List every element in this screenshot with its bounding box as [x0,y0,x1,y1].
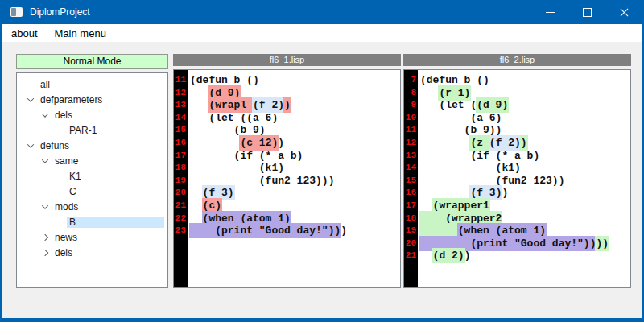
highlight-red: (c 12) [239,135,279,151]
line-number: 14 [174,112,186,125]
tree-item-dels[interactable]: dels [17,245,167,260]
highlight-red: ) [283,97,291,113]
line-number: 19 [404,225,416,237]
highlight-green: ) [520,135,528,151]
file2-code: (defun b () (r 1) (let ((d 9) (a 6) (b 9… [418,70,630,287]
tree-item-par-1[interactable]: PAR-1 [17,122,167,138]
chevron-down-icon [27,141,34,147]
tree: alldefparametersdelsPAR-1defunssameK1Cmo… [16,72,168,288]
line-number: 22 [174,213,186,225]
tree-item-defuns[interactable]: defuns [17,138,167,153]
window-controls [531,0,642,24]
line-number: 17 [404,200,416,213]
line-number: 15 [404,175,416,188]
editor-file1: fl6_1.lisp 11121314151617181920212223 (d… [173,54,401,288]
line-number: 9 [404,99,416,112]
tree-item-label: mods [52,200,80,213]
chevron-down-icon [42,156,48,163]
highlight-blue: (f 2) [489,135,522,151]
tree-item-label: C [67,185,79,198]
file2-code-panel[interactable]: 789101112131415161718192021 (defun b () … [403,69,631,288]
highlight-green: )) [595,236,609,251]
line-number: 21 [174,200,186,213]
line-number: 14 [404,162,416,175]
menu-item-main-menu[interactable]: Main menu [55,27,106,39]
highlight-green: (d 2) [432,248,465,263]
tree-item-label: dels [52,246,75,259]
code-line: (wrapl (f 2)) [190,99,400,112]
code-line: (k1) [420,162,630,175]
close-button[interactable] [605,0,642,24]
chevron-down-icon [42,110,48,117]
code-line: (r 1) [420,87,630,100]
line-number: 21 [404,250,416,262]
tree-item-label: defparameters [38,93,105,106]
code-line: (let ((d 9) [420,99,630,112]
close-icon [619,7,630,18]
file2-line-number-gutter: 789101112131415161718192021 [404,70,418,287]
tree-item-label: B [67,216,78,229]
file1-code-panel[interactable]: 11121314151617181920212223 (defun b () (… [173,69,401,288]
window-title: DiplomProject [30,6,90,18]
line-number: 10 [404,112,416,125]
file2-tab: fl6_2.lisp [403,54,631,66]
tree-item-k1[interactable]: K1 [17,168,167,184]
line-number: 23 [174,225,186,237]
highlight-green: (r 1) [438,85,471,101]
tree-item-label: news [52,231,80,244]
titlebar[interactable]: DiplomProject [2,0,642,24]
line-number: 18 [404,213,416,225]
code-line: (if (* a b) [420,150,630,163]
maximize-button[interactable] [568,0,605,24]
highlight-green: (d 9) [476,97,509,113]
main-area: Normal Mode alldefparametersdelsPAR-1def… [2,42,642,288]
line-number: 13 [174,99,186,112]
line-number: 12 [174,87,186,100]
line-number: 16 [174,137,186,150]
tree-item-label: K1 [67,170,84,183]
file1-line-number-gutter: 11121314151617181920212223 [174,70,188,287]
tree-item-b[interactable]: B [17,214,167,229]
tree-item-label: PAR-1 [67,124,99,137]
highlight-blue: (f 2) [252,97,285,113]
tree-item-c[interactable]: C [17,184,167,199]
tree-item-dels[interactable]: dels [17,107,167,122]
mode-button[interactable]: Normal Mode [16,54,168,69]
maximize-icon [583,8,592,17]
code-line: (let ((a 6) [190,112,400,125]
code-line: (z (f 2)) [420,137,630,150]
tree-item-label: all [38,78,52,91]
highlight-green: (z [469,135,489,151]
line-number: 19 [174,175,186,188]
line-number: 20 [174,187,186,200]
file1-code: (defun b () (d 9) (wrapl (f 2)) (let ((a… [188,70,400,287]
tree-item-defparameters[interactable]: defparameters [17,92,167,107]
file1-tab: fl6_1.lisp [173,54,401,66]
minimize-button[interactable] [531,0,568,24]
sidebar: Normal Mode alldefparametersdelsPAR-1def… [16,54,168,288]
tree-item-same[interactable]: same [17,153,167,168]
menu-item-about[interactable]: about [11,27,38,39]
chevron-down-icon [42,202,48,208]
chevron-right-icon [42,233,48,240]
code-line: (print "Good day!"))) [190,225,400,237]
tree-item-label: dels [52,109,75,122]
minimize-icon [546,12,555,13]
line-number: 18 [174,162,186,175]
line-number: 13 [404,150,416,163]
tree-item-mods[interactable]: mods [17,199,167,214]
code-line: (c 12)) [190,137,400,150]
code-line: (fun2 123)) [420,175,630,188]
line-number: 11 [404,124,416,137]
highlight-red: (wrapl [208,97,254,113]
line-number: 8 [404,87,416,100]
code-line: (b 9) [190,124,400,137]
tree-item-all[interactable]: all [17,76,167,92]
highlight-purple: (print "Good day!")) [189,223,341,238]
editor-file2: fl6_2.lisp 789101112131415161718192021 (… [403,54,631,288]
line-number: 11 [174,74,186,87]
chevron-right-icon [42,249,48,255]
code-line: (a 6) [420,112,630,125]
app-window: DiplomProject aboutMain menu Normal Mode… [0,0,644,322]
tree-item-news[interactable]: news [17,229,167,245]
